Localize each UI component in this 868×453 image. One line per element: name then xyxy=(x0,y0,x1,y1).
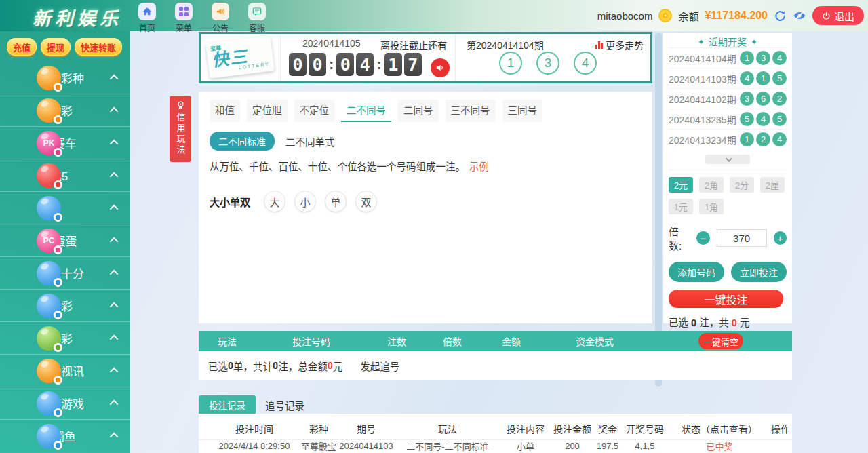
balance-amount: ¥117184.200 xyxy=(705,9,768,22)
quick-transfer-button[interactable]: 快速转账 xyxy=(75,38,122,56)
top-header: 新利娱乐 首页 菜单 公告 xyxy=(0,0,868,31)
hide-balance-eye-off-icon[interactable] xyxy=(793,9,806,22)
denom-2jiao[interactable]: 2角 xyxy=(699,177,724,193)
one-click-bet-button[interactable]: 一键投注 xyxy=(669,290,783,308)
rec-col-content: 投注内容 xyxy=(507,422,545,435)
medal-icon xyxy=(176,100,186,111)
multiplier-input[interactable] xyxy=(717,229,767,247)
lottery-ball-icon xyxy=(37,66,61,90)
tab-dingweidan[interactable]: 定位胆 xyxy=(247,100,288,122)
option-even[interactable]: 双 xyxy=(355,191,377,212)
draw-number: 3 xyxy=(536,52,559,75)
sidebar-item-11x5[interactable]: 11选5 xyxy=(0,159,130,192)
account-area: mitaobocom 余额 ¥117184.200 退出 xyxy=(597,0,864,31)
current-issue: 20240414105 xyxy=(302,38,361,49)
tab-hezhi[interactable]: 和值 xyxy=(210,100,240,122)
sidebar-item-pk-racing[interactable]: PK PK赛车 xyxy=(0,127,130,159)
sound-speaker-icon[interactable] xyxy=(431,58,450,77)
menu-grid-icon xyxy=(175,3,193,20)
start-chase-link[interactable]: 发起追号 xyxy=(360,359,399,373)
example-link[interactable]: 示例 xyxy=(469,161,489,172)
expand-recent-button[interactable] xyxy=(705,155,750,164)
power-icon xyxy=(822,12,831,20)
tab-santonghao[interactable]: 三同号 xyxy=(502,100,543,122)
clear-all-button[interactable]: 一键清空 xyxy=(698,333,743,349)
stake-buttons: 添加号码 立即投注 xyxy=(669,262,787,282)
last-draw-numbers: 1 3 4 xyxy=(499,52,597,75)
balance-label: 余额 xyxy=(678,9,698,23)
announcement-icon xyxy=(212,3,229,20)
nav-home[interactable]: 首页 xyxy=(133,3,161,33)
draw-number: 4 xyxy=(574,52,597,75)
add-number-button[interactable]: 添加号码 xyxy=(669,262,724,282)
rec-row-issue: 20240414103 xyxy=(339,441,393,451)
rec-row-time: 2024/4/14 8:29:50 xyxy=(219,441,290,451)
rec-row-amount: 200 xyxy=(565,441,580,451)
subtab-standard[interactable]: 二不同标准 xyxy=(210,132,275,151)
tab-budingwei[interactable]: 不定位 xyxy=(294,100,335,122)
tab-chase-records[interactable]: 追号记录 xyxy=(265,398,304,412)
credit-play-side-tab[interactable]: 信用玩法 xyxy=(170,96,191,162)
sidebar-item-pcdandan[interactable]: PC PC蛋蛋 xyxy=(0,224,130,257)
sidebar-item-sports[interactable]: 体育游戏 xyxy=(0,387,130,420)
tab-erbutonghao[interactable]: 二不同号 xyxy=(341,100,391,122)
lottery-ball-icon xyxy=(37,196,61,220)
more-trends-link[interactable]: 更多走势 xyxy=(595,38,644,52)
size-parity-row: 大小单双 大 小 单 双 xyxy=(199,173,652,212)
denom-2li[interactable]: 2厘 xyxy=(760,177,785,193)
multiplier-plus-button[interactable]: + xyxy=(774,231,787,245)
logout-button[interactable]: 退出 xyxy=(812,6,864,25)
rec-col-lottery: 彩种 xyxy=(309,422,328,435)
game-logo-zone: 至尊 快三 LOTTERY xyxy=(201,34,281,81)
cart-col-multiplier: 倍数 xyxy=(443,331,462,351)
sidebar-item-hot-lottery[interactable]: 热门彩种 xyxy=(0,62,130,94)
rec-row-numbers: 4,1,5 xyxy=(635,441,655,451)
denom-1yuan[interactable]: 1元 xyxy=(669,199,693,214)
withdraw-button[interactable]: 提现 xyxy=(41,38,71,56)
sidebar-item-futicai[interactable]: 福体彩 xyxy=(0,322,130,355)
bet-now-button[interactable]: 立即投注 xyxy=(731,262,787,282)
lottery-ball-icon xyxy=(37,261,61,285)
cart-header-bar: 玩法 投注号码 注数 倍数 金额 资金模式 一键清空 xyxy=(199,331,792,351)
option-small[interactable]: 小 xyxy=(294,191,316,212)
nav-menu[interactable]: 菜单 xyxy=(170,3,198,33)
subtab-single[interactable]: 二不同单式 xyxy=(285,134,335,149)
countdown-label: 离投注截止还有 xyxy=(380,38,447,52)
last-result-zone: 第20240414104期 更多走势 1 3 4 xyxy=(456,34,650,81)
draw-number: 1 xyxy=(499,52,522,75)
tab-sanbutonghao[interactable]: 三不同号 xyxy=(446,100,496,122)
username: mitaobocom xyxy=(597,10,653,22)
sub-play-tabs: 二不同标准 二不同单式 xyxy=(199,122,652,151)
denom-2yuan[interactable]: 2元 xyxy=(669,177,693,193)
right-panel: ◆ 近期开奖 ◆ 20240414104期 134 20240414103期 4… xyxy=(663,33,792,323)
option-odd[interactable]: 单 xyxy=(325,191,347,212)
nav-service[interactable]: 客服 xyxy=(243,3,271,33)
denom-1jiao[interactable]: 1角 xyxy=(699,199,724,214)
countdown-timer: 00:04:17 xyxy=(289,53,422,76)
tab-ertonghao[interactable]: 二同号 xyxy=(398,100,439,122)
sidebar-item-kuaile10[interactable]: 快乐十分 xyxy=(0,257,130,290)
lottery-ball-icon xyxy=(37,359,61,383)
sidebar-item-shishicai[interactable]: 时时彩 xyxy=(0,94,130,127)
sidebar-item-live-video[interactable]: 真人视讯 xyxy=(0,355,130,387)
rec-col-action: 操作 xyxy=(771,422,790,435)
lottery-ball-icon xyxy=(37,424,61,448)
refresh-balance-icon[interactable] xyxy=(774,9,787,22)
deposit-button[interactable]: 充值 xyxy=(7,38,37,56)
nav-announcement[interactable]: 公告 xyxy=(206,3,235,33)
credit-play-label: 信用玩法 xyxy=(174,113,187,156)
sidebar-item-kuai3[interactable]: 快3 xyxy=(0,192,130,224)
denom-2fen[interactable]: 2分 xyxy=(730,177,754,193)
option-big[interactable]: 大 xyxy=(264,191,285,212)
rec-row-status[interactable]: 已中奖 xyxy=(706,439,732,452)
sidebar-item-3d-fishing[interactable]: 3D捕鱼 xyxy=(0,420,130,452)
cart-col-numbers: 投注号码 xyxy=(292,331,330,351)
diamond-icon: ◆ xyxy=(699,39,703,45)
sidebar-item-liuhecai[interactable]: 六合彩 xyxy=(0,290,130,322)
bar-chart-icon xyxy=(595,41,603,49)
tab-bet-records[interactable]: 投注记录 xyxy=(199,395,256,414)
play-description: 从万位、千位、百位、十位、个位各选一个号码组成一注。示例 xyxy=(199,151,652,173)
cart-col-fund-mode: 资金模式 xyxy=(576,331,614,351)
lottery-ball-icon xyxy=(37,98,61,123)
multiplier-minus-button[interactable]: − xyxy=(696,231,709,245)
